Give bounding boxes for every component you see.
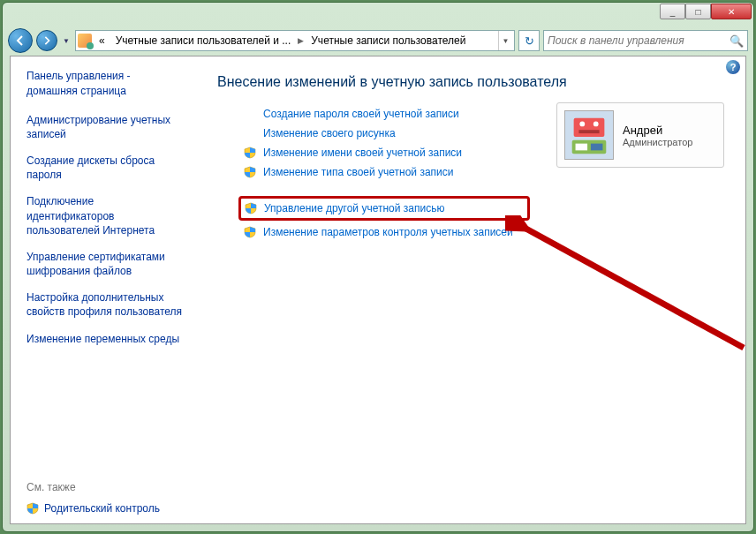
task-link[interactable]: Управление другой учетной записью bbox=[264, 202, 444, 214]
user-accounts-icon bbox=[78, 34, 92, 48]
address-bar[interactable]: « Учетные записи пользователей и ... ▶ У… bbox=[75, 30, 515, 51]
svg-rect-6 bbox=[576, 144, 588, 151]
back-button[interactable] bbox=[8, 28, 33, 53]
spacer bbox=[244, 108, 256, 120]
shield-icon bbox=[244, 226, 256, 238]
sidebar-link-parental-controls[interactable]: Родительский контроль bbox=[26, 502, 184, 515]
sidebar-link-env-vars[interactable]: Изменение переменных среды bbox=[26, 332, 184, 346]
svg-rect-7 bbox=[591, 144, 603, 151]
see-also-label: См. также bbox=[26, 481, 184, 493]
shield-icon bbox=[26, 502, 39, 515]
forward-button[interactable] bbox=[36, 30, 57, 51]
parental-controls-label: Родительский контроль bbox=[44, 502, 160, 515]
shield-icon bbox=[245, 202, 257, 214]
sidebar: Панель управления - домашняя страница Ад… bbox=[11, 56, 196, 523]
task-link[interactable]: Изменение имени своей учетной записи bbox=[263, 147, 462, 159]
sidebar-link-profile-properties[interactable]: Настройка дополнительных свойств профиля… bbox=[26, 290, 184, 319]
highlighted-task-box: Управление другой учетной записью bbox=[238, 196, 530, 221]
minimize-button[interactable]: _ bbox=[660, 4, 685, 19]
task-link[interactable]: Изменение параметров контроля учетных за… bbox=[263, 226, 513, 238]
sidebar-link-certificates[interactable]: Управление сертификатами шифрования файл… bbox=[26, 250, 184, 278]
sidebar-link-online-ids[interactable]: Подключение идентификаторов пользователе… bbox=[26, 194, 184, 237]
svg-rect-1 bbox=[574, 118, 605, 137]
maximize-button[interactable]: □ bbox=[685, 4, 711, 19]
page-title: Внесение изменений в учетную запись поль… bbox=[217, 74, 724, 90]
avatar bbox=[564, 110, 614, 160]
task-link[interactable]: Создание пароля своей учетной записи bbox=[263, 108, 459, 120]
shield-icon bbox=[244, 166, 256, 178]
user-card[interactable]: Андрей Администратор bbox=[556, 102, 724, 168]
task-uac-settings[interactable]: Изменение параметров контроля учетных за… bbox=[244, 226, 724, 238]
sidebar-link-admin-accounts[interactable]: Администрирование учетных записей bbox=[26, 113, 184, 141]
user-role: Администратор bbox=[623, 137, 692, 147]
toolbar: ▼ « Учетные записи пользователей и ... ▶… bbox=[3, 26, 753, 56]
nav-history-dropdown[interactable]: ▼ bbox=[61, 32, 72, 49]
task-change-type[interactable]: Изменение типа своей учетной записи bbox=[244, 166, 724, 178]
refresh-button[interactable]: ↻ bbox=[518, 30, 540, 51]
main-pane: Внесение изменений в учетную запись поль… bbox=[196, 56, 745, 523]
close-button[interactable]: ✕ bbox=[711, 4, 752, 19]
sidebar-home-link[interactable]: Панель управления - домашняя страница bbox=[26, 69, 184, 99]
address-dropdown[interactable]: ▼ bbox=[498, 31, 512, 50]
task-link[interactable]: Изменение своего рисунка bbox=[263, 127, 396, 139]
breadcrumb-segment-2[interactable]: Учетные записи пользователей bbox=[307, 33, 469, 49]
shield-icon bbox=[244, 147, 256, 159]
search-input[interactable] bbox=[548, 34, 730, 47]
sidebar-link-password-reset-disk[interactable]: Создание дискеты сброса пароля bbox=[26, 154, 184, 182]
spacer bbox=[244, 127, 256, 139]
svg-point-3 bbox=[593, 122, 599, 127]
search-icon[interactable]: 🔍 bbox=[730, 34, 744, 48]
svg-line-8 bbox=[521, 226, 744, 348]
breadcrumb-prefix[interactable]: « bbox=[95, 33, 109, 49]
chevron-right-icon[interactable]: ▶ bbox=[298, 36, 304, 45]
window-frame: _ □ ✕ ▼ « Учетные записи пользователей и… bbox=[2, 2, 754, 532]
svg-point-2 bbox=[579, 122, 585, 127]
search-box[interactable]: 🔍 bbox=[543, 30, 748, 51]
task-link[interactable]: Изменение типа своей учетной записи bbox=[263, 166, 453, 178]
content-area: ? Панель управления - домашняя страница … bbox=[10, 56, 746, 524]
svg-rect-4 bbox=[578, 130, 599, 133]
titlebar: _ □ ✕ bbox=[3, 3, 753, 26]
breadcrumb-segment-1[interactable]: Учетные записи пользователей и ... bbox=[112, 33, 295, 49]
task-manage-other-account[interactable]: Управление другой учетной записью bbox=[245, 202, 520, 214]
user-name: Андрей bbox=[623, 124, 692, 137]
